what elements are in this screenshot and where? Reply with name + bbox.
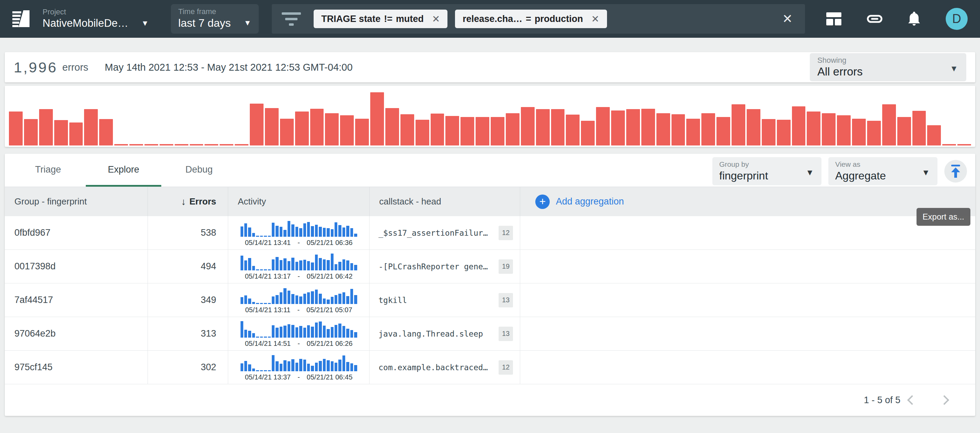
avatar[interactable]: D xyxy=(946,8,968,30)
histogram-bar xyxy=(310,109,324,145)
sparkline-bar xyxy=(280,364,282,371)
sparkline-bar xyxy=(327,360,329,371)
sparkline-bar xyxy=(338,360,341,371)
sparkline-bar xyxy=(307,261,310,271)
fingerprint-cell[interactable]: 975cf145 xyxy=(5,351,148,384)
histogram-bar xyxy=(145,144,158,145)
column-header-callstack[interactable]: callstack - head xyxy=(369,187,520,216)
sparkline-bar xyxy=(291,294,294,304)
column-header-group[interactable]: Group - fingerprint xyxy=(5,187,148,216)
export-button[interactable] xyxy=(944,160,967,183)
filter-chip[interactable]: release.cha… = production ✕ xyxy=(455,10,607,28)
activity-dates-separator: - xyxy=(298,272,300,280)
activity-start: 05/14/21 14:51 xyxy=(245,340,291,347)
view-as-value: Aggregate xyxy=(835,169,931,183)
add-aggregation-button[interactable]: + Add aggregation xyxy=(520,187,975,216)
fingerprint-cell[interactable]: 97064e2b xyxy=(5,317,148,350)
project-selector[interactable]: Project NativeMobileDe… ▼ xyxy=(43,8,149,30)
column-header-errors[interactable]: ↓ Errors xyxy=(148,187,228,216)
histogram-bar xyxy=(24,119,38,145)
sparkline-bar xyxy=(327,228,329,237)
sparkline-bar xyxy=(331,361,334,371)
activity-cell: 05/14/21 13:37-05/21/21 06:45 xyxy=(228,351,369,384)
callstack-cell: tgkill13 xyxy=(369,283,520,317)
sparkline-bar xyxy=(280,227,282,237)
sparkline-bar xyxy=(299,260,302,271)
filter-chip[interactable]: TRIAGE state != muted ✕ xyxy=(313,10,447,28)
remove-filter-icon[interactable]: ✕ xyxy=(591,13,599,25)
histogram-bar xyxy=(114,144,128,145)
timeframe-selector[interactable]: Time frame last 7 days ▼ xyxy=(171,4,259,33)
sparkline-bar xyxy=(315,290,318,304)
sparkline-bar xyxy=(283,230,286,237)
sparkline-bar xyxy=(346,226,349,237)
clear-filters-button[interactable]: ✕ xyxy=(780,12,795,26)
column-header-activity[interactable]: Activity xyxy=(228,187,369,216)
tab-debug[interactable]: Debug xyxy=(161,154,237,187)
histogram-bar xyxy=(566,115,579,145)
showing-dropdown[interactable]: Showing All errors ▼ xyxy=(810,53,966,81)
histogram-bar xyxy=(611,110,625,145)
table-row[interactable]: 0017398d49405/14/21 13:17-05/21/21 06:42… xyxy=(5,250,975,283)
table-row[interactable]: 7af4451734905/14/21 13:11-05/21/21 05:07… xyxy=(5,283,975,317)
histogram-bar xyxy=(551,109,565,145)
dashboard-icon[interactable] xyxy=(826,12,842,25)
sparkline-bar xyxy=(252,368,255,371)
sparkline-bar xyxy=(315,225,318,237)
sparkline-bar xyxy=(240,297,243,304)
sparkline-bar xyxy=(240,363,243,371)
activity-end: 05/21/21 05:07 xyxy=(306,306,352,314)
sparkline-bar xyxy=(331,229,334,237)
errors-count-cell: 538 xyxy=(148,216,228,250)
showing-label: Showing xyxy=(817,56,959,65)
filter-bar[interactable]: TRIAGE state != muted ✕ release.cha… = p… xyxy=(272,4,805,33)
sparkline-bar xyxy=(307,222,310,237)
avatar-letter: D xyxy=(952,12,961,26)
tab-explore[interactable]: Explore xyxy=(86,154,161,187)
sparkline-bar xyxy=(268,303,271,304)
sparkline-bar xyxy=(307,364,310,371)
aggregation-cell xyxy=(520,250,975,283)
sparkline-bar xyxy=(260,236,263,237)
activity-start: 05/14/21 13:17 xyxy=(245,272,291,280)
sparkline-bar xyxy=(252,302,255,304)
errors-histogram[interactable] xyxy=(5,86,975,147)
sparkline-bar xyxy=(296,262,298,271)
table-row[interactable]: 0fbfd96753805/14/21 13:41-05/21/21 06:36… xyxy=(5,216,975,250)
activity-sparkline xyxy=(240,320,357,337)
histogram-bar xyxy=(370,92,384,145)
tab-triage[interactable]: Triage xyxy=(10,154,86,187)
sparkline-bar xyxy=(296,363,298,371)
remove-filter-icon[interactable]: ✕ xyxy=(432,13,440,25)
callstack-cell: -[PLCrashReporter gene…19 xyxy=(369,250,520,283)
view-as-dropdown[interactable]: View as Aggregate ▼ xyxy=(828,157,937,185)
sparkline-bar xyxy=(338,294,341,304)
fingerprint-cell[interactable]: 0fbfd967 xyxy=(5,216,148,250)
group-by-dropdown[interactable]: Group by fingerprint ▼ xyxy=(712,157,821,185)
bell-icon[interactable] xyxy=(908,12,920,26)
sparkline-bar xyxy=(264,337,267,337)
fingerprint-cell[interactable]: 0017398d xyxy=(5,250,148,283)
sparkline-bar xyxy=(248,258,251,271)
link-icon[interactable] xyxy=(867,15,883,23)
sparkline-bar xyxy=(260,337,263,337)
sparkline-bar xyxy=(296,227,298,237)
previous-page-button[interactable] xyxy=(900,390,921,410)
pagination-range: 1 - 5 of 5 xyxy=(864,395,900,406)
sparkline-bar xyxy=(268,337,271,337)
table-row[interactable]: 97064e2b31305/14/21 14:51-05/21/21 06:26… xyxy=(5,317,975,351)
table-row[interactable]: 975cf14530205/14/21 13:37-05/21/21 06:45… xyxy=(5,351,975,384)
sparkline-bar xyxy=(346,296,349,304)
sparkline-bar xyxy=(275,226,278,237)
chevron-right-icon xyxy=(940,395,949,405)
fingerprint-cell[interactable]: 7af44517 xyxy=(5,283,148,317)
sparkline-bar xyxy=(288,361,290,371)
sparkline-bar xyxy=(350,228,353,237)
sparkline-bar xyxy=(248,228,251,237)
sparkline-bar xyxy=(283,288,286,304)
histogram-bar xyxy=(837,115,851,145)
next-page-button[interactable] xyxy=(935,390,956,410)
histogram-bar xyxy=(536,109,550,145)
sparkline-bar xyxy=(342,259,345,271)
sparkline-bar xyxy=(319,361,321,371)
